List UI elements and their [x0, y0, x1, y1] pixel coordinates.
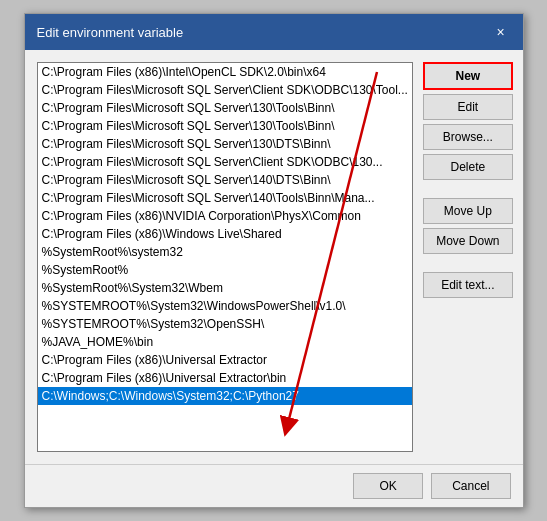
list-item[interactable]: C:\Program Files (x86)\NVIDIA Corporatio…: [38, 207, 412, 225]
list-item[interactable]: C:\Program Files (x86)\Universal Extract…: [38, 369, 412, 387]
browse-button[interactable]: Browse...: [423, 124, 513, 150]
edit-env-var-dialog: Edit environment variable × C:\Program F…: [24, 13, 524, 508]
ok-button[interactable]: OK: [353, 473, 423, 499]
edit-button[interactable]: Edit: [423, 94, 513, 120]
new-button[interactable]: New: [423, 62, 513, 90]
dialog-content: C:\Program Files (x86)\Intel\OpenCL SDK\…: [25, 50, 523, 464]
cancel-button[interactable]: Cancel: [431, 473, 510, 499]
title-bar: Edit environment variable ×: [25, 14, 523, 50]
list-item[interactable]: C:\Program Files\Microsoft SQL Server\14…: [38, 171, 412, 189]
list-item[interactable]: C:\Program Files (x86)\Intel\OpenCL SDK\…: [38, 63, 412, 81]
list-item[interactable]: C:\Windows;C:\Windows\System32;C:\Python…: [38, 387, 412, 405]
list-item[interactable]: C:\Program Files\Microsoft SQL Server\13…: [38, 135, 412, 153]
delete-button[interactable]: Delete: [423, 154, 513, 180]
move-down-button[interactable]: Move Down: [423, 228, 513, 254]
move-up-button[interactable]: Move Up: [423, 198, 513, 224]
list-item[interactable]: C:\Program Files\Microsoft SQL Server\Cl…: [38, 81, 412, 99]
list-item[interactable]: C:\Program Files\Microsoft SQL Server\14…: [38, 189, 412, 207]
list-item[interactable]: C:\Program Files\Microsoft SQL Server\13…: [38, 99, 412, 117]
list-item[interactable]: %SYSTEMROOT%\System32\OpenSSH\: [38, 315, 412, 333]
list-item[interactable]: C:\Program Files (x86)\Windows Live\Shar…: [38, 225, 412, 243]
list-item[interactable]: C:\Program Files\Microsoft SQL Server\13…: [38, 117, 412, 135]
dialog-title: Edit environment variable: [37, 25, 184, 40]
close-button[interactable]: ×: [491, 22, 511, 42]
list-item[interactable]: %SYSTEMROOT%\System32\WindowsPowerShell\…: [38, 297, 412, 315]
list-item[interactable]: %SystemRoot%: [38, 261, 412, 279]
list-item[interactable]: %SystemRoot%\System32\Wbem: [38, 279, 412, 297]
list-item[interactable]: %SystemRoot%\system32: [38, 243, 412, 261]
list-item[interactable]: C:\Program Files\Microsoft SQL Server\Cl…: [38, 153, 412, 171]
env-var-list[interactable]: C:\Program Files (x86)\Intel\OpenCL SDK\…: [37, 62, 413, 452]
list-item[interactable]: C:\Program Files (x86)\Universal Extract…: [38, 351, 412, 369]
list-item[interactable]: %JAVA_HOME%\bin: [38, 333, 412, 351]
dialog-footer: OK Cancel: [25, 464, 523, 507]
buttons-panel: New Edit Browse... Delete Move Up Move D…: [423, 62, 513, 452]
edit-text-button[interactable]: Edit text...: [423, 272, 513, 298]
